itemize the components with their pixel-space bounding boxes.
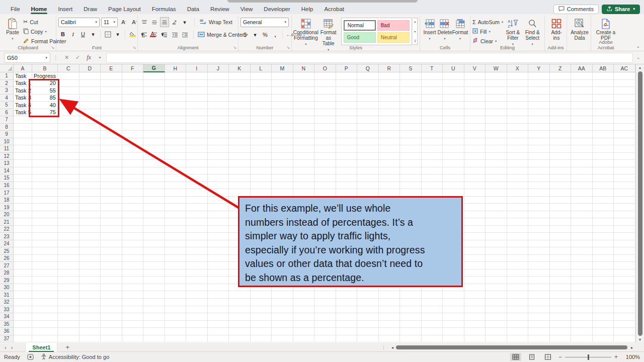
cell-AC9[interactable] bbox=[614, 131, 635, 138]
cell-B20[interactable] bbox=[32, 211, 58, 219]
cell-B21[interactable] bbox=[32, 218, 58, 226]
accessibility-status[interactable]: Accessibility: Good to go bbox=[41, 353, 109, 361]
cell-J25[interactable] bbox=[208, 247, 229, 255]
cell-D31[interactable] bbox=[79, 291, 101, 299]
cell-H25[interactable] bbox=[165, 247, 187, 255]
zoom-level[interactable]: 100% bbox=[623, 354, 640, 360]
cell-L10[interactable] bbox=[251, 138, 272, 146]
cell-N1[interactable] bbox=[293, 72, 315, 80]
cell-AA34[interactable] bbox=[571, 313, 593, 321]
cell-E7[interactable] bbox=[101, 116, 122, 124]
cell-Z29[interactable] bbox=[550, 277, 572, 284]
zoom-out-icon[interactable]: − bbox=[558, 353, 562, 360]
cell-I30[interactable] bbox=[186, 284, 208, 292]
cell-E16[interactable] bbox=[101, 182, 122, 190]
cell-H35[interactable] bbox=[165, 321, 187, 328]
cell-I11[interactable] bbox=[186, 145, 208, 153]
cell-B1[interactable]: Progress (%) bbox=[32, 72, 58, 80]
row-header-8[interactable]: 8 bbox=[0, 124, 14, 131]
cell-H29[interactable] bbox=[165, 277, 187, 284]
cell-S5[interactable] bbox=[400, 102, 422, 109]
cell-N33[interactable] bbox=[293, 306, 315, 314]
cell-L33[interactable] bbox=[251, 306, 272, 314]
cell-I17[interactable] bbox=[186, 189, 208, 197]
cell-I8[interactable] bbox=[186, 124, 208, 131]
cell-AC19[interactable] bbox=[614, 204, 635, 211]
cell-J6[interactable] bbox=[208, 109, 229, 117]
cell-B29[interactable] bbox=[32, 277, 58, 284]
cell-AB26[interactable] bbox=[593, 255, 614, 262]
cell-J1[interactable] bbox=[208, 72, 229, 80]
cell-AC26[interactable] bbox=[614, 255, 635, 262]
cell-Z15[interactable] bbox=[550, 174, 572, 182]
cell-P33[interactable] bbox=[336, 306, 358, 314]
cell-X37[interactable] bbox=[507, 335, 529, 343]
cell-H2[interactable] bbox=[165, 80, 187, 87]
cell-D20[interactable] bbox=[79, 211, 101, 219]
column-header-M[interactable]: M bbox=[272, 64, 293, 72]
cell-E33[interactable] bbox=[101, 306, 122, 314]
cell-W26[interactable] bbox=[486, 255, 507, 262]
cell-H1[interactable] bbox=[165, 72, 187, 80]
cell-D2[interactable] bbox=[79, 80, 101, 87]
cell-A3[interactable]: Task 2 bbox=[14, 87, 32, 95]
cell-L3[interactable] bbox=[251, 87, 272, 95]
cell-AA17[interactable] bbox=[571, 189, 593, 197]
cell-L11[interactable] bbox=[251, 145, 272, 153]
cell-C24[interactable] bbox=[58, 240, 79, 248]
cell-G21[interactable] bbox=[143, 218, 165, 226]
cell-Z30[interactable] bbox=[550, 284, 572, 292]
cell-Z13[interactable] bbox=[550, 160, 572, 167]
cell-P11[interactable] bbox=[336, 145, 358, 153]
cell-A22[interactable] bbox=[14, 226, 32, 233]
cell-N13[interactable] bbox=[293, 160, 315, 167]
cell-D14[interactable] bbox=[79, 167, 101, 175]
cell-AC11[interactable] bbox=[614, 145, 635, 153]
cell-AA12[interactable] bbox=[571, 153, 593, 160]
cell-O36[interactable] bbox=[314, 328, 336, 335]
cell-Q17[interactable] bbox=[357, 189, 379, 197]
cell-AA29[interactable] bbox=[571, 277, 593, 284]
zoom-slider[interactable]: − + bbox=[558, 353, 618, 360]
cell-C12[interactable] bbox=[58, 153, 79, 160]
cell-E37[interactable] bbox=[101, 335, 122, 343]
cell-T15[interactable] bbox=[422, 174, 443, 182]
cell-X13[interactable] bbox=[507, 160, 529, 167]
cell-Y2[interactable] bbox=[528, 80, 550, 87]
gallery-up-icon[interactable]: ▴ bbox=[414, 20, 416, 23]
cell-G5[interactable] bbox=[143, 102, 165, 109]
cell-AC17[interactable] bbox=[614, 189, 635, 197]
cell-Y28[interactable] bbox=[528, 269, 550, 277]
cell-X4[interactable] bbox=[507, 95, 529, 102]
cell-K17[interactable] bbox=[229, 189, 251, 197]
cell-P15[interactable] bbox=[336, 174, 358, 182]
cell-P34[interactable] bbox=[336, 313, 358, 321]
cell-E26[interactable] bbox=[101, 255, 122, 262]
row-header-32[interactable]: 32 bbox=[0, 299, 14, 306]
addins-button[interactable]: Add-ins bbox=[547, 16, 566, 41]
cell-M36[interactable] bbox=[272, 328, 293, 335]
cell-O33[interactable] bbox=[314, 306, 336, 314]
cell-V37[interactable] bbox=[464, 335, 486, 343]
cell-D18[interactable] bbox=[79, 197, 101, 204]
cell-X18[interactable] bbox=[507, 197, 529, 204]
cell-AC33[interactable] bbox=[614, 306, 635, 314]
comments-button[interactable]: Comments bbox=[553, 5, 599, 14]
delete-cells-button[interactable]: Delete ▾ bbox=[437, 16, 452, 41]
column-header-Y[interactable]: Y bbox=[528, 64, 550, 72]
cell-R11[interactable] bbox=[379, 145, 400, 153]
cell-W11[interactable] bbox=[486, 145, 507, 153]
row-header-18[interactable]: 18 bbox=[0, 197, 14, 204]
cell-H19[interactable] bbox=[165, 204, 187, 211]
cell-C16[interactable] bbox=[58, 182, 79, 190]
cell-N7[interactable] bbox=[293, 116, 315, 124]
cell-H7[interactable] bbox=[165, 116, 187, 124]
cell-A17[interactable] bbox=[14, 189, 32, 197]
cell-H18[interactable] bbox=[165, 197, 187, 204]
cell-AA19[interactable] bbox=[571, 204, 593, 211]
cell-AB35[interactable] bbox=[593, 321, 614, 328]
cell-J27[interactable] bbox=[208, 262, 229, 269]
row-header-3[interactable]: 3 bbox=[0, 87, 14, 95]
cell-O6[interactable] bbox=[314, 109, 336, 117]
cell-Z9[interactable] bbox=[550, 131, 572, 138]
